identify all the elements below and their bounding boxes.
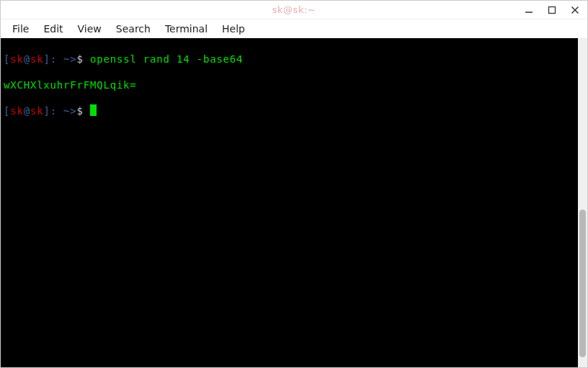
prompt-user: sk bbox=[10, 105, 23, 117]
prompt-dollar: $ bbox=[77, 105, 90, 117]
maximize-icon bbox=[548, 6, 556, 14]
terminal-content[interactable]: [sk@sk]: ~>$ openssl rand 14 -base64 wXC… bbox=[1, 38, 578, 367]
maximize-button[interactable] bbox=[543, 3, 561, 17]
prompt-open-bracket: [ bbox=[4, 105, 10, 117]
terminal-window: sk@sk:~ File Edit View Search Terminal H… bbox=[0, 0, 588, 368]
terminal-area: [sk@sk]: ~>$ openssl rand 14 -base64 wXC… bbox=[1, 38, 587, 367]
prompt-path: ]: ~> bbox=[43, 105, 76, 117]
titlebar[interactable]: sk@sk:~ bbox=[1, 1, 587, 19]
terminal-line-2: wXCHXlxuhrFrFMQLqik= bbox=[4, 78, 575, 91]
minimize-button[interactable] bbox=[520, 3, 538, 17]
prompt-dollar: $ bbox=[77, 53, 90, 65]
menu-search[interactable]: Search bbox=[109, 22, 158, 36]
terminal-line-1: [sk@sk]: ~>$ openssl rand 14 -base64 bbox=[4, 53, 575, 66]
menubar: File Edit View Search Terminal Help bbox=[1, 19, 587, 38]
scrollbar-thumb[interactable] bbox=[579, 210, 586, 358]
prompt-at: @ bbox=[24, 53, 30, 65]
terminal-cursor bbox=[90, 104, 97, 116]
menu-help[interactable]: Help bbox=[215, 22, 252, 36]
prompt-open-bracket: [ bbox=[4, 53, 10, 65]
close-icon bbox=[571, 6, 579, 14]
svg-rect-1 bbox=[549, 6, 556, 13]
window-controls bbox=[520, 1, 584, 19]
menu-edit[interactable]: Edit bbox=[36, 22, 70, 36]
prompt-at: @ bbox=[24, 105, 30, 117]
prompt-host: sk bbox=[30, 53, 43, 65]
menu-view[interactable]: View bbox=[71, 22, 109, 36]
command-text: openssl rand 14 -base64 bbox=[90, 53, 243, 65]
minimize-icon bbox=[525, 6, 533, 14]
prompt-host: sk bbox=[30, 105, 43, 117]
command-output: wXCHXlxuhrFrFMQLqik= bbox=[4, 79, 137, 91]
terminal-line-3: [sk@sk]: ~>$ bbox=[4, 104, 575, 117]
scrollbar[interactable] bbox=[578, 38, 587, 367]
prompt-path: ]: ~> bbox=[43, 53, 76, 65]
menu-terminal[interactable]: Terminal bbox=[158, 22, 215, 36]
prompt-user: sk bbox=[10, 53, 23, 65]
close-button[interactable] bbox=[566, 3, 584, 17]
menu-file[interactable]: File bbox=[5, 22, 36, 36]
window-title: sk@sk:~ bbox=[272, 4, 316, 15]
